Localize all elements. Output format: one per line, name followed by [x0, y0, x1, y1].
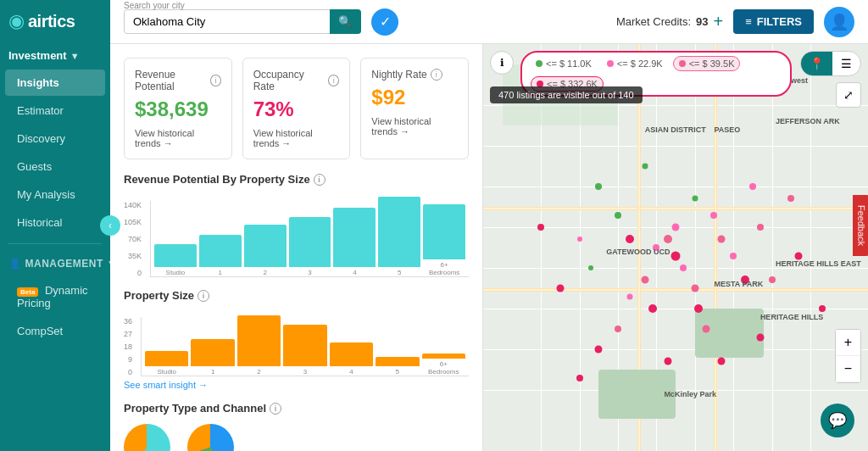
- revenue-trend-link[interactable]: View historical trends →: [135, 128, 221, 148]
- logo-text: airtics: [28, 12, 75, 31]
- main-content: Search your city 🔍 ✓ Market Credits: 93 …: [110, 0, 868, 451]
- sidebar-item-my-analysis[interactable]: My Analysis: [5, 181, 105, 208]
- map-info-button[interactable]: ℹ: [490, 51, 514, 75]
- sidebar-item-discovery[interactable]: Discovery: [5, 125, 105, 152]
- filter-pill-39k[interactable]: <= $ 39.5K: [673, 56, 741, 71]
- revenue-chart-section: Revenue Potential By Property Size i 140…: [124, 173, 469, 277]
- map-zoom-controls: + −: [835, 329, 861, 383]
- left-panel: Revenue Potential i $38,639 View histori…: [110, 44, 483, 451]
- zoom-in-button[interactable]: +: [836, 330, 860, 356]
- map-label-paseo: PASEO: [714, 125, 740, 134]
- filter-icon: ≡: [745, 15, 752, 28]
- sidebar: ◉ airtics Investment ▼ Insights Estimato…: [0, 0, 110, 451]
- sidebar-item-historical[interactable]: Historical: [5, 209, 105, 236]
- management-section[interactable]: 👤 Management ▼: [0, 251, 110, 276]
- filter-pill-11k[interactable]: <= $ 11.0K: [531, 57, 597, 70]
- revenue-chart-info-icon[interactable]: i: [314, 174, 326, 186]
- search-button[interactable]: 🔍: [330, 9, 361, 34]
- logo-icon: ◉: [8, 10, 25, 32]
- search-container: Search your city 🔍: [124, 9, 361, 34]
- sidebar-collapse-button[interactable]: ‹: [100, 215, 120, 236]
- occupancy-rate-card: Occupancy Rate i 73% View historical tre…: [242, 58, 351, 159]
- investment-chevron-icon: ▼: [70, 51, 80, 61]
- filter-pill-22k[interactable]: <= $ 22.9K: [602, 57, 668, 70]
- map-list-view-button[interactable]: ☰: [832, 52, 860, 75]
- sidebar-item-guests[interactable]: Guests: [5, 153, 105, 180]
- sidebar-item-compset[interactable]: CompSet: [5, 318, 105, 344]
- map-label-asian: ASIAN DISTRICT: [645, 125, 706, 134]
- content-area: Revenue Potential i $38,639 View histori…: [110, 44, 868, 451]
- nightly-rate-card: Nightly Rate i $92 View historical trend…: [360, 58, 469, 159]
- stats-row: Revenue Potential i $38,639 View histori…: [124, 58, 469, 159]
- nightly-value: $92: [371, 86, 458, 109]
- smart-insight-link[interactable]: See smart insight →: [124, 380, 469, 390]
- investment-label: Investment: [8, 49, 67, 62]
- occupancy-value: 73%: [253, 97, 340, 121]
- sidebar-item-insights[interactable]: Insights: [5, 70, 105, 96]
- map-panel: FRIDA southwest ASIAN DISTRICT PASEO JEF…: [483, 44, 868, 451]
- sidebar-item-estimator[interactable]: Estimator: [5, 97, 105, 124]
- property-size-chart-section: Property Size i 36271890 Studio: [124, 289, 469, 390]
- occupancy-trend-link[interactable]: View historical trends →: [253, 128, 340, 148]
- fullscreen-button[interactable]: ⤢: [836, 82, 861, 108]
- map-view-toggle: 📍 ☰: [800, 51, 861, 76]
- search-label: Search your city: [124, 1, 185, 10]
- verified-badge: ✓: [371, 8, 398, 36]
- zoom-out-button[interactable]: −: [836, 356, 860, 382]
- map-label-heritage-east: HERITAGE HILLS EAST: [776, 259, 861, 268]
- nightly-info-icon[interactable]: i: [431, 69, 442, 81]
- app-logo: ◉ airtics: [0, 0, 110, 42]
- investment-section[interactable]: Investment ▼: [0, 42, 110, 69]
- sidebar-divider: [8, 243, 102, 244]
- map-listings-info: 470 listings are visible out of 140: [490, 86, 643, 103]
- search-icon: 🔍: [338, 15, 353, 28]
- beta-badge: Beta: [17, 287, 38, 297]
- nightly-trend-link[interactable]: View historical trends →: [371, 116, 458, 136]
- revenue-info-icon[interactable]: i: [210, 75, 220, 86]
- filters-button[interactable]: ≡ FILTERS: [733, 9, 814, 34]
- feedback-tab[interactable]: Feedback: [853, 195, 868, 256]
- property-size-info-icon[interactable]: i: [198, 290, 209, 302]
- market-credits: Market Credits: 93 +: [616, 12, 723, 31]
- chat-button[interactable]: 💬: [821, 404, 854, 437]
- map-label-mesta: MESTA PARK: [714, 280, 763, 288]
- map-label-jefferson: JEFFERSON ARK: [776, 117, 840, 125]
- map-background: FRIDA southwest ASIAN DISTRICT PASEO JEF…: [483, 44, 868, 451]
- management-chevron-icon: ▼: [107, 258, 117, 270]
- revenue-value: $38,639: [135, 97, 221, 121]
- map-label-heritage: HERITAGE HILLS: [760, 313, 823, 321]
- property-type-section: Property Type and Channel i: [124, 402, 469, 451]
- search-input[interactable]: [124, 9, 361, 34]
- sidebar-item-dynamic-pricing[interactable]: Beta Dynamic Pricing: [5, 277, 105, 316]
- user-avatar[interactable]: 👤: [824, 7, 854, 37]
- add-credits-button[interactable]: +: [714, 12, 724, 31]
- header: Search your city 🔍 ✓ Market Credits: 93 …: [110, 0, 868, 44]
- occupancy-info-icon[interactable]: i: [328, 75, 339, 86]
- property-type-info-icon[interactable]: i: [270, 403, 281, 415]
- map-pin-view-button[interactable]: 📍: [801, 52, 832, 75]
- revenue-potential-card: Revenue Potential i $38,639 View histori…: [124, 58, 232, 159]
